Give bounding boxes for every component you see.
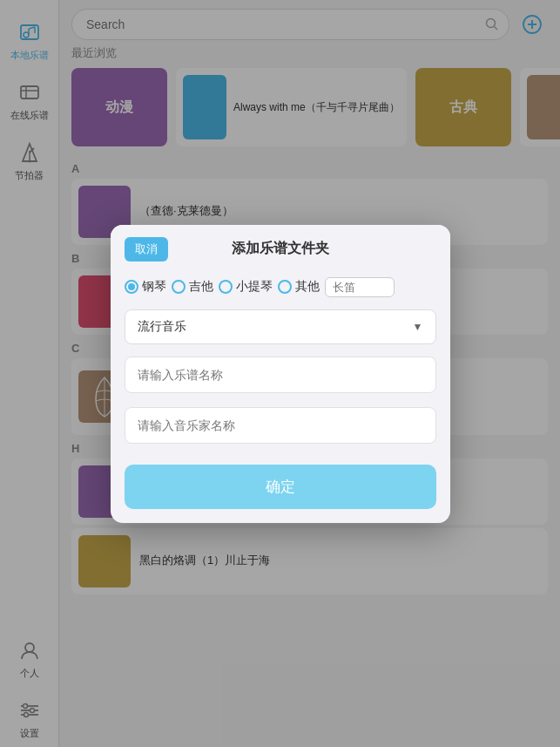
confirm-button[interactable]: 确定 [125, 465, 436, 509]
modal-title: 添加乐谱文件夹 [232, 240, 329, 258]
other-instrument-input[interactable] [325, 277, 395, 297]
chevron-down-icon: ▼ [413, 321, 423, 333]
radio-piano[interactable]: 钢琴 [125, 279, 166, 295]
radio-circle-other [278, 280, 292, 294]
artist-name-input[interactable] [125, 407, 436, 444]
radio-label-guitar: 吉他 [189, 279, 213, 295]
radio-circle-guitar [172, 280, 186, 294]
modal-dialog: 取消 添加乐谱文件夹 钢琴 吉他 小提琴 其他 流 [111, 225, 450, 523]
dropdown-value: 流行音乐 [138, 319, 186, 335]
radio-guitar[interactable]: 吉他 [172, 279, 213, 295]
radio-group: 钢琴 吉他 小提琴 其他 [111, 270, 450, 304]
genre-dropdown[interactable]: 流行音乐 ▼ [125, 309, 436, 344]
radio-circle-piano [125, 280, 138, 294]
radio-other[interactable]: 其他 [278, 279, 320, 295]
radio-violin[interactable]: 小提琴 [219, 279, 273, 295]
radio-label-other: 其他 [295, 279, 320, 295]
radio-label-violin: 小提琴 [236, 279, 273, 295]
radio-circle-violin [219, 280, 233, 294]
modal-overlay: 取消 添加乐谱文件夹 钢琴 吉他 小提琴 其他 流 [0, 0, 560, 747]
score-name-input[interactable] [125, 357, 436, 393]
radio-label-piano: 钢琴 [142, 279, 166, 295]
modal-cancel-button[interactable]: 取消 [125, 237, 168, 261]
modal-header: 取消 添加乐谱文件夹 [111, 225, 450, 270]
